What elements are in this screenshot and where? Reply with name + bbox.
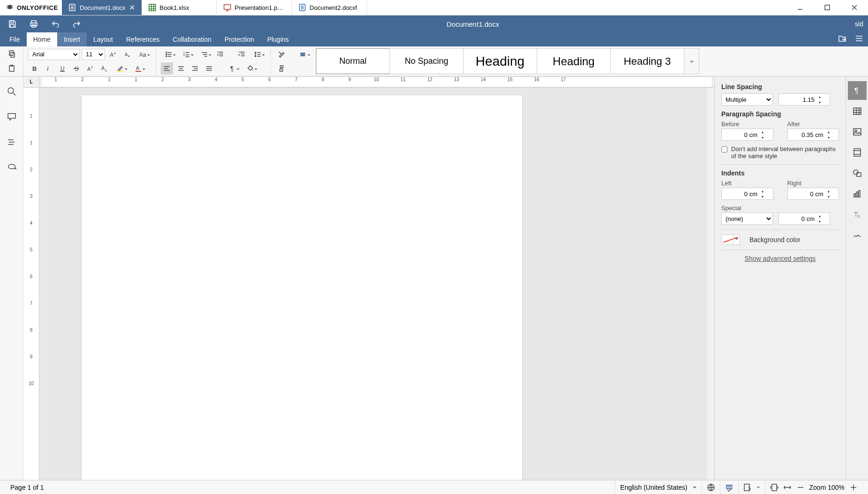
dont-add-interval-checkbox[interactable]: Don't add interval between paragraphs of…: [721, 145, 839, 160]
style-heading3[interactable]: Heading 3: [610, 48, 684, 74]
numbered-list-button[interactable]: 12: [179, 48, 195, 61]
nonprinting-button[interactable]: ¶: [224, 62, 240, 75]
tab-book1[interactable]: Book1.xlsx: [142, 0, 217, 15]
insert-shape-button[interactable]: [295, 48, 311, 61]
spellcheck-button[interactable]: ABC: [725, 483, 733, 492]
chevron-down-icon[interactable]: [733, 235, 740, 244]
find-button[interactable]: [7, 87, 16, 98]
align-left-button[interactable]: [161, 62, 173, 75]
font-size-select[interactable]: 11: [82, 49, 105, 60]
close-button[interactable]: [841, 0, 868, 15]
image-settings-tab[interactable]: [848, 122, 867, 141]
feedback-button[interactable]: [7, 163, 16, 174]
zoom-level[interactable]: Zoom 100%: [809, 484, 845, 491]
clear-style-button[interactable]: [276, 48, 288, 61]
save-button[interactable]: [5, 17, 20, 30]
increase-indent-button[interactable]: [236, 48, 248, 61]
align-center-button[interactable]: [175, 62, 187, 75]
user-name[interactable]: sid: [855, 20, 863, 28]
tab-document2[interactable]: Document2.docxf: [292, 0, 367, 15]
spin-down[interactable]: ▾: [816, 99, 823, 105]
vertical-scrollbar[interactable]: [706, 88, 714, 480]
increase-font-button[interactable]: A▲: [107, 48, 119, 61]
menu-plugins[interactable]: Plugins: [261, 32, 295, 46]
special-indent-select[interactable]: (none): [721, 213, 773, 225]
spacing-after-spinner[interactable]: ▴▾: [787, 129, 839, 141]
view-settings-button[interactable]: [855, 35, 863, 44]
strikethrough-button[interactable]: S: [70, 62, 82, 75]
comments-button[interactable]: [7, 112, 16, 123]
font-name-select[interactable]: Arial: [28, 49, 80, 60]
zoom-out-button[interactable]: [796, 483, 805, 492]
decrease-indent-button[interactable]: [214, 48, 226, 61]
text-art-tab[interactable]: Ta: [848, 205, 867, 224]
align-justify-button[interactable]: [203, 62, 215, 75]
chart-settings-tab[interactable]: [848, 184, 867, 203]
print-button[interactable]: [26, 17, 41, 30]
special-indent-spinner[interactable]: ▴▾: [778, 213, 830, 225]
show-advanced-settings-link[interactable]: Show advanced settings: [721, 255, 839, 262]
minimize-button[interactable]: [786, 0, 814, 15]
spin-up[interactable]: ▴: [816, 94, 823, 99]
background-color-picker[interactable]: [721, 235, 740, 245]
italic-button[interactable]: I: [42, 62, 54, 75]
maximize-button[interactable]: [814, 0, 841, 15]
vertical-ruler[interactable]: 112345678910: [23, 88, 39, 480]
headings-button[interactable]: [7, 137, 16, 149]
style-heading1[interactable]: Heading: [463, 48, 537, 74]
menu-references[interactable]: References: [120, 32, 166, 46]
menu-file[interactable]: File: [3, 32, 27, 46]
highlight-color-button[interactable]: [112, 62, 128, 75]
tab-presentation1[interactable]: Presentation1.p…: [217, 0, 292, 15]
underline-button[interactable]: U: [56, 62, 68, 75]
menu-insert[interactable]: Insert: [57, 32, 87, 46]
track-changes-button[interactable]: [743, 483, 752, 492]
paragraph-settings-tab[interactable]: ¶: [848, 81, 867, 100]
set-language-button[interactable]: [707, 483, 715, 492]
language-selector[interactable]: English (United States): [615, 480, 701, 494]
tab-document1[interactable]: Document1.docx: [62, 0, 142, 15]
fit-width-button[interactable]: [783, 483, 792, 492]
style-heading2[interactable]: Heading: [537, 48, 611, 74]
horizontal-ruler[interactable]: L 1211234567891011121314151617: [23, 76, 714, 88]
change-case-button[interactable]: Aa: [135, 48, 151, 61]
page-info[interactable]: Page 1 of 1: [6, 480, 49, 494]
line-spacing-value-spinner[interactable]: ▴▾: [778, 93, 830, 106]
zoom-in-button[interactable]: [849, 483, 858, 492]
bullet-list-button[interactable]: [161, 48, 177, 61]
multilevel-list-button[interactable]: [196, 48, 212, 61]
menu-layout[interactable]: Layout: [87, 32, 120, 46]
paste-button[interactable]: [6, 62, 18, 75]
header-footer-tab[interactable]: [848, 143, 867, 162]
menu-collaboration[interactable]: Collaboration: [166, 32, 218, 46]
subscript-button[interactable]: A2: [98, 62, 111, 75]
bold-button[interactable]: B: [28, 62, 40, 75]
style-normal[interactable]: Normal: [316, 48, 390, 74]
styles-more-button[interactable]: [684, 48, 699, 74]
table-settings-tab[interactable]: [848, 102, 867, 121]
menu-protection[interactable]: Protection: [218, 32, 261, 46]
line-spacing-button[interactable]: [250, 48, 266, 61]
close-icon[interactable]: [129, 5, 135, 10]
font-color-button[interactable]: A: [130, 62, 146, 75]
line-spacing-mode-select[interactable]: Multiple: [721, 93, 773, 106]
fit-page-button[interactable]: [770, 483, 778, 492]
indent-right-spinner[interactable]: ▴▾: [787, 188, 839, 200]
style-no-spacing[interactable]: No Spacing: [389, 48, 464, 74]
indent-left-spinner[interactable]: ▴▾: [721, 188, 773, 200]
decrease-font-button[interactable]: A▼: [121, 48, 133, 61]
spacing-before-spinner[interactable]: ▴▾: [721, 129, 773, 141]
copy-style-button[interactable]: [276, 62, 288, 75]
shading-button[interactable]: [242, 62, 258, 75]
align-right-button[interactable]: [189, 62, 201, 75]
document-canvas[interactable]: [39, 88, 706, 480]
superscript-button[interactable]: A2: [84, 62, 97, 75]
page[interactable]: [82, 95, 522, 480]
redo-button[interactable]: [69, 17, 84, 30]
shape-settings-tab[interactable]: [848, 164, 867, 182]
open-location-button[interactable]: [838, 35, 846, 44]
undo-button[interactable]: [48, 17, 63, 30]
copy-button[interactable]: [6, 48, 18, 60]
signature-tab[interactable]: [848, 226, 867, 244]
menu-home[interactable]: Home: [27, 32, 57, 46]
